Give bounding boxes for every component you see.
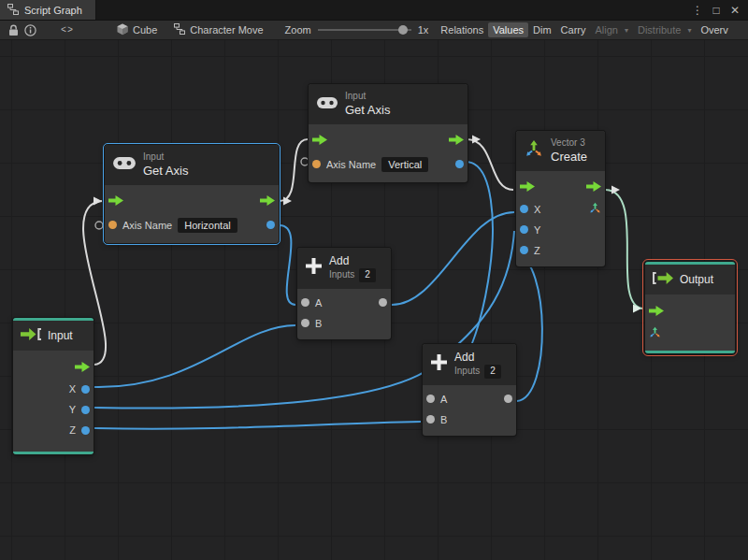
flow-out-port[interactable] [75,362,90,372]
output-arrow-icon [653,271,673,288]
node-header: Input Get Axis [309,84,468,124]
axis-name-port[interactable] [312,160,321,168]
menu-icon[interactable]: ⋮ [690,4,705,17]
y-out-port[interactable] [81,406,90,414]
input-a-port[interactable] [301,298,309,307]
node-title: Output [680,273,713,286]
axis-name-port[interactable] [108,221,117,229]
zoom-slider-handle[interactable] [398,25,408,35]
node-header: Output [645,265,735,294]
node-body: X Y Z [516,171,605,266]
flow-in-port[interactable] [520,181,535,192]
flow-in-port[interactable] [312,135,327,145]
port-label-y: Y [69,404,76,415]
graph-canvas[interactable]: Input Get Axis Axis Name Vertical [0,40,748,560]
inputs-label: Inputs [454,366,480,378]
tab-script-graph[interactable]: Script Graph [0,0,96,20]
zoom-slider-track[interactable] [318,29,411,31]
node-get-axis-horizontal[interactable]: Input Get Axis Axis Name Horizontal [105,145,279,243]
gamepad-icon [317,95,338,112]
align-dropdown[interactable]: Align▾ [590,22,632,37]
input-arrow-icon [21,327,41,344]
node-add-bottom[interactable]: Add Inputs 2 A B [423,344,516,436]
zoom-control: Zoom 1x [285,24,429,36]
info-icon[interactable] [22,22,39,38]
node-vector3-create[interactable]: Vector 3 Create X [516,131,605,266]
overview-button[interactable]: Overv [696,22,732,37]
x-in-port[interactable] [520,205,528,213]
node-body: Axis Name Horizontal [105,185,279,243]
axis-value-out-port[interactable] [455,160,464,168]
axis-name-field[interactable]: Vertical [381,157,428,172]
distribute-dropdown[interactable]: Distribute▾ [633,22,696,37]
node-category: Input [345,91,390,103]
zoom-slider[interactable] [318,24,411,36]
inputs-count-field[interactable]: 2 [359,268,376,282]
align-label: Align [595,24,617,36]
sum-out-port[interactable] [504,395,512,403]
vector3-icon [525,139,543,162]
cube-label: Cube [133,24,157,36]
maximize-icon[interactable]: □ [709,4,724,17]
cube-asset-button[interactable]: Cube [112,22,162,39]
node-title: Get Axis [345,103,390,118]
axis-value-out-port[interactable] [266,221,275,229]
character-move-asset-button[interactable]: Character Move [169,22,267,38]
plus-icon [431,354,447,374]
zoom-value: 1x [418,24,429,36]
node-body: X Y Z [13,351,94,452]
values-button[interactable]: Values [488,22,528,37]
gamepad-icon [113,156,136,173]
node-title: Add [454,351,501,365]
z-out-port[interactable] [81,426,90,435]
close-icon[interactable]: ✕ [727,4,742,17]
z-in-port[interactable] [520,246,528,254]
relations-button[interactable]: Relations [436,22,488,37]
input-b-port[interactable] [426,415,435,424]
chevron-down-icon: ▾ [687,26,691,35]
inputs-count-field[interactable]: 2 [484,365,501,379]
node-header: Add Inputs 2 [423,344,516,385]
node-header: Input [13,321,94,351]
distribute-label: Distribute [638,24,681,36]
chevron-down-icon: ▾ [625,26,628,35]
port-label-x: X [69,383,76,395]
x-out-port[interactable] [81,385,90,394]
input-a-port[interactable] [426,395,435,403]
script-graph-asset-icon [174,23,185,36]
flow-in-port[interactable] [108,195,123,206]
port-label-b: B [440,414,447,425]
lock-icon[interactable] [6,22,22,38]
flow-out-port[interactable] [260,195,275,206]
node-get-axis-vertical[interactable]: Input Get Axis Axis Name Vertical [309,84,468,182]
sum-out-port[interactable] [379,298,387,307]
carry-button[interactable]: Carry [556,22,591,37]
flow-in-port[interactable] [649,306,664,316]
vector3-out-port-icon[interactable] [589,202,601,216]
y-in-port[interactable] [520,225,528,234]
port-label-y: Y [534,224,540,236]
flow-out-port[interactable] [449,135,464,145]
code-toggle-icon[interactable]: <> [58,23,77,37]
toolbar: <> Cube Character Move Zoom 1x Relations… [0,21,748,40]
flow-out-port[interactable] [586,181,601,192]
node-graph-output[interactable]: Output [645,262,735,353]
node-body: A B [423,385,516,436]
vector3-in-port-icon[interactable] [649,326,661,340]
script-graph-icon [7,4,19,17]
node-header: Vector 3 Create [516,131,605,171]
node-add-top[interactable]: Add Inputs 2 A B [297,248,391,339]
zoom-label: Zoom [285,24,311,36]
node-category: Vector 3 [551,137,587,150]
param-label: Axis Name [326,159,376,170]
node-body [645,294,735,351]
node-graph-input[interactable]: Input X Y Z [13,318,94,454]
tab-title: Script Graph [24,5,82,16]
inputs-label: Inputs [329,269,354,281]
axis-name-field[interactable]: Horizontal [178,218,237,233]
node-header: Input Get Axis [105,145,279,185]
dim-button[interactable]: Dim [528,22,556,37]
input-b-port[interactable] [301,319,309,327]
node-title: Input [48,329,73,342]
port-label-z: Z [69,424,76,436]
